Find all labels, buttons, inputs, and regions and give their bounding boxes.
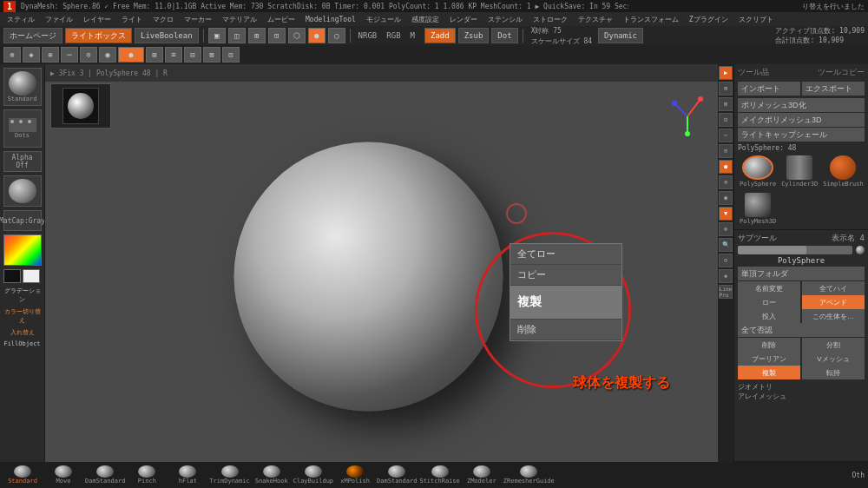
menu-item[interactable]: スティル — [3, 14, 38, 25]
r-icon-7[interactable]: ● — [719, 160, 733, 174]
menu-item[interactable]: スクリプト — [735, 14, 777, 25]
standard-tool[interactable]: Standard — [3, 68, 42, 106]
texture-tool[interactable] — [3, 175, 42, 207]
bottom-tool-zmodeler[interactable]: ZModeler — [463, 465, 501, 485]
low-button[interactable]: ロー — [738, 295, 800, 309]
icon-btn-2[interactable]: ◫ — [228, 28, 246, 43]
tool-icon-12[interactable]: ⊡ — [222, 47, 240, 63]
vmesh-button[interactable]: Vメッシュ — [802, 352, 865, 366]
fill-object-label[interactable]: FillObject — [3, 340, 40, 347]
ctx-duplicate[interactable]: 複製 — [510, 286, 621, 320]
ctx-copy[interactable]: コピー — [510, 265, 621, 286]
split-button[interactable]: 分割 — [802, 338, 865, 352]
export-button[interactable]: エクスポート — [802, 82, 865, 96]
boolean-button[interactable]: ブーリアン — [738, 352, 800, 366]
duplicate-button[interactable]: 複製 — [738, 366, 800, 379]
menu-item[interactable]: ストローク — [529, 14, 571, 25]
menu-item[interactable]: モジュール — [363, 14, 404, 25]
home-button[interactable]: ホームページ — [3, 28, 62, 43]
all-deny-button[interactable]: 全て否認 — [738, 323, 865, 337]
lightbox-button[interactable]: ライトボックス — [65, 28, 132, 43]
menu-item[interactable]: ムービー — [264, 14, 299, 25]
menu-item[interactable]: マテリアル — [219, 14, 260, 25]
polymesh-button[interactable]: ポリメッシュ3D化 — [738, 98, 865, 112]
nrgb-label[interactable]: NRGB — [355, 31, 381, 40]
tool-cylinder[interactable]: Cylinder3D — [779, 154, 819, 189]
tool-icon-1[interactable]: ⊗ — [3, 47, 21, 63]
black-swatch[interactable] — [3, 269, 21, 283]
menu-item[interactable]: ModelingTool — [302, 15, 359, 24]
del-button[interactable]: 削除 — [738, 338, 800, 352]
r-icon-8[interactable]: ⊕ — [719, 175, 733, 189]
r-icon-3[interactable]: ⊠ — [719, 97, 733, 111]
ctx-all-low[interactable]: 全てロー — [510, 244, 621, 265]
menu-item[interactable]: Zプラグイン — [686, 14, 732, 25]
bottom-tool-trimdynamic[interactable]: TrimDynamic — [209, 465, 249, 485]
m-label[interactable]: M — [407, 31, 418, 40]
menu-item[interactable]: マーカー — [181, 14, 215, 25]
r-icon-13[interactable]: ⊙ — [719, 254, 733, 267]
r-icon-2[interactable]: ⊞ — [719, 82, 733, 96]
r-icon-5[interactable]: ⋯ — [719, 129, 733, 142]
r-icon-14[interactable]: ◈ — [719, 269, 733, 283]
bottom-tool-damstandard[interactable]: DamStandard — [85, 465, 125, 485]
menu-item[interactable]: ステンシル — [484, 14, 526, 25]
menu-item[interactable]: マクロ — [149, 14, 177, 25]
icon-btn-6[interactable]: ● — [308, 28, 326, 43]
icon-btn-7[interactable]: ○ — [328, 28, 345, 43]
bio-button[interactable]: この生体を… — [802, 309, 865, 323]
zadd-button[interactable]: Zadd — [424, 28, 456, 43]
menu-item[interactable]: ファイル — [42, 14, 76, 25]
tool-icon-3[interactable]: ⊕ — [42, 47, 59, 63]
r-icon-10[interactable]: ▼ — [719, 207, 733, 221]
tool-icon-11[interactable]: ⊠ — [203, 47, 220, 63]
import-button[interactable]: インポート — [738, 82, 800, 96]
tool-polymesh[interactable]: PolyMesh3D — [738, 191, 778, 227]
tool-icon-5[interactable]: ⊙ — [80, 47, 97, 63]
dynamic-button[interactable]: Dynamic — [598, 28, 643, 43]
tool-icon-2[interactable]: ◈ — [23, 47, 40, 63]
icon-btn-4[interactable]: ⊡ — [268, 28, 286, 43]
liveboolean-button[interactable]: LiveBoolean — [135, 28, 199, 43]
slider-1[interactable] — [738, 246, 852, 254]
menu-item[interactable]: トランスフォーム — [620, 14, 682, 25]
rename-button[interactable]: 名前変更 — [738, 281, 800, 295]
rgb-label[interactable]: RGB — [383, 31, 404, 40]
tool-icon-6[interactable]: ◉ — [99, 47, 116, 63]
main-sphere[interactable] — [233, 142, 503, 412]
gradient-label[interactable]: グラデーション — [2, 287, 43, 304]
bottom-tool-xmpolish[interactable]: xMPolish — [336, 465, 374, 485]
menu-item[interactable]: テクスチャ — [575, 14, 616, 25]
append-button[interactable]: アペンド — [802, 295, 865, 309]
r-icon-9[interactable]: ◉ — [719, 191, 733, 205]
r-icon-15[interactable]: LinePro — [719, 285, 733, 299]
r-icon-11[interactable]: ⊗ — [719, 222, 733, 236]
input-label[interactable]: 入れ替え — [10, 328, 35, 337]
r-icon-12[interactable]: 🔍 — [719, 238, 733, 252]
r-icon-1[interactable]: ▶ — [719, 66, 733, 80]
bottom-tool-snakehook[interactable]: SnakeHook — [253, 465, 291, 485]
make-poly-button[interactable]: メイクポリメッシュ3D — [738, 113, 865, 127]
tool-icon-7[interactable]: ● — [118, 47, 144, 63]
matcap-tool[interactable]: MatCap:Gray — [3, 210, 42, 231]
icon-btn-5[interactable]: ⬡ — [288, 28, 306, 43]
invest-button[interactable]: 投入 — [738, 309, 800, 323]
bottom-tool-standard[interactable]: Standard — [3, 465, 42, 485]
menu-item[interactable]: ライト — [118, 14, 146, 25]
tool-s-icon[interactable]: SimpleBrush — [821, 154, 865, 189]
alpha-tool[interactable]: Alpha Off — [3, 151, 42, 172]
white-swatch[interactable] — [23, 269, 40, 283]
bottom-tool-zremesher[interactable]: ZRemesherGuide — [503, 465, 555, 485]
bottom-tool-pinch[interactable]: Pinch — [128, 465, 166, 485]
tool-icon-4[interactable]: ⋯ — [61, 47, 78, 63]
icon-btn-1[interactable]: ▣ — [208, 28, 226, 43]
transfer-button[interactable]: 転持 — [802, 366, 865, 379]
r-icon-4[interactable]: ⊡ — [719, 113, 733, 127]
color-switch-label[interactable]: カラー切り替え — [2, 307, 43, 325]
menu-item[interactable]: 感度設定 — [408, 14, 443, 25]
tool-icon-10[interactable]: ⊟ — [184, 47, 201, 63]
ctx-delete[interactable]: 削除 — [510, 320, 621, 340]
tool-polysphere[interactable]: PolySphere — [738, 154, 778, 189]
menu-item[interactable]: レンダー — [446, 14, 481, 25]
canvas-area[interactable]: ▶ 3Fix 3 | PolySphere 48 | R 全てロー コピー 複製… — [45, 64, 718, 462]
